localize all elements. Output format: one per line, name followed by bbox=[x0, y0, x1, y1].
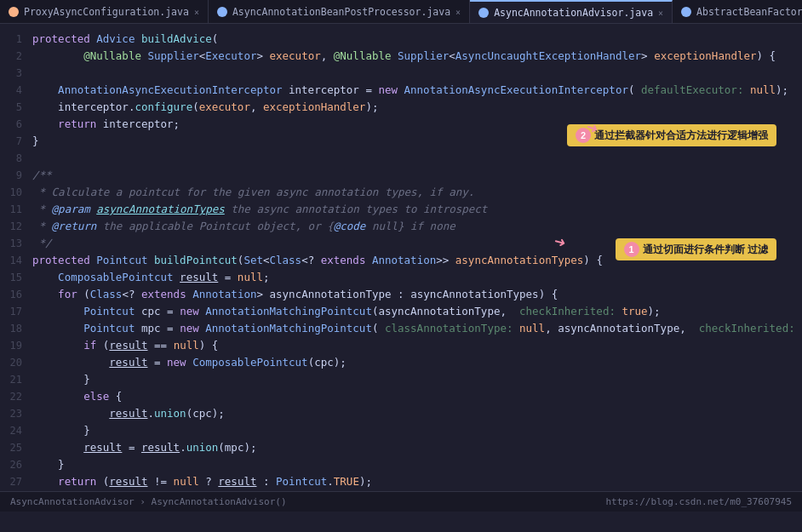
tab-icon-abstract bbox=[681, 7, 691, 17]
code-line-20: 20 result = new ComposablePointcut(cpc); bbox=[0, 354, 802, 371]
breadcrumb: AsyncAnnotationAdvisor › AsyncAnnotation… bbox=[10, 496, 287, 507]
code-line-11: 11 * @param asyncAnnotationTypes the asy… bbox=[0, 201, 802, 218]
code-line-3: 3 bbox=[0, 65, 802, 82]
code-line-12: 12 * @return the applicable Pointcut obj… bbox=[0, 218, 802, 235]
code-line-10: 10 * Calculate a pointcut for the given … bbox=[0, 184, 802, 201]
code-line-15: 15 ComposablePointcut result = null; bbox=[0, 269, 802, 286]
tab-proxy[interactable]: ProxyAsyncConfiguration.java × bbox=[0, 0, 209, 24]
tab-abstract[interactable]: AbstractBeanFactoryAwa... × bbox=[673, 0, 802, 24]
code-line-24: 24 } bbox=[0, 422, 802, 439]
tab-bar: ProxyAsyncConfiguration.java × AsyncAnno… bbox=[0, 0, 802, 24]
code-line-22: 22 else { bbox=[0, 388, 802, 405]
close-icon[interactable]: × bbox=[194, 8, 199, 17]
code-line-9: 9 /** bbox=[0, 167, 802, 184]
tab-icon-proxy bbox=[9, 7, 19, 17]
code-line-2: 2 @Nullable Supplier<Executor> executor,… bbox=[0, 48, 802, 65]
code-line-21: 21 } bbox=[0, 371, 802, 388]
code-line-27: 27 return (result != null ? result : Poi… bbox=[0, 473, 802, 490]
bubble-pointcut: 1通过切面进行条件判断 过滤 bbox=[616, 238, 776, 260]
status-bar: AsyncAnnotationAdvisor › AsyncAnnotation… bbox=[0, 491, 802, 512]
code-line-25: 25 result = result.union(mpc); bbox=[0, 439, 802, 456]
code-line-17: 17 Pointcut cpc = new AnnotationMatching… bbox=[0, 303, 802, 320]
code-line-5: 5 interceptor.configure(executor, except… bbox=[0, 99, 802, 116]
code-line-19: 19 if (result == null) { bbox=[0, 337, 802, 354]
code-line-8: 8 bbox=[0, 150, 802, 167]
tab-advisor[interactable]: AsyncAnnotationAdvisor.java × bbox=[470, 0, 673, 24]
tab-icon-advisor bbox=[478, 8, 489, 18]
code-line-16: 16 for (Class<? extends Annotation> asyn… bbox=[0, 286, 802, 303]
code-line-23: 23 result.union(cpc); bbox=[0, 405, 802, 422]
code-line-26: 26 } bbox=[0, 456, 802, 473]
url-display: https://blog.csdn.net/m0_37607945 bbox=[605, 496, 792, 507]
tab-postprocessor[interactable]: AsyncAnnotationBeanPostProcessor.java × bbox=[209, 0, 470, 24]
tab-icon-postprocessor bbox=[217, 7, 227, 17]
code-line-18: 18 Pointcut mpc = new AnnotationMatching… bbox=[0, 320, 802, 337]
code-line-1: 1 protected Advice buildAdvice( bbox=[0, 31, 802, 48]
code-editor: 2通过拦截器针对合适方法进行逻辑增强 ➜ 1通过切面进行条件判断 过滤 ➜ 1 … bbox=[0, 24, 802, 512]
close-icon-2[interactable]: × bbox=[455, 8, 461, 17]
close-icon-3[interactable]: × bbox=[658, 9, 663, 18]
code-line-4: 4 AnnotationAsyncExecutionInterceptor in… bbox=[0, 82, 802, 99]
